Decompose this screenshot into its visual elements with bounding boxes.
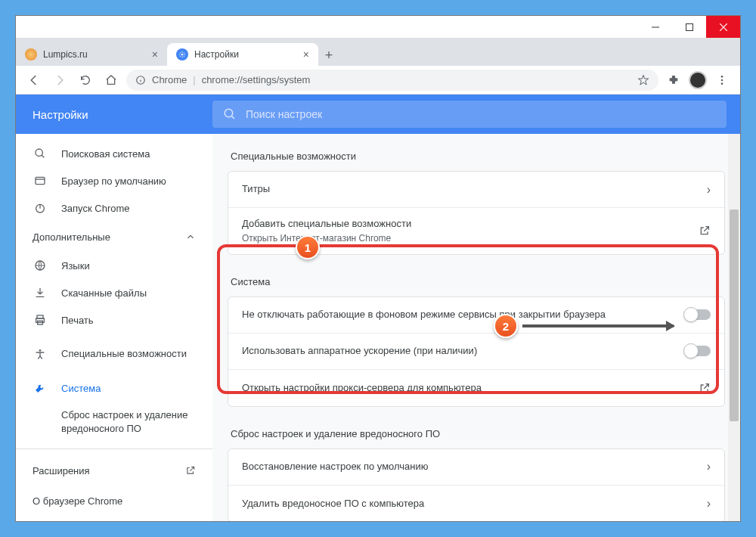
reload-button[interactable] (75, 70, 96, 91)
sidebar-item-label: Сброс настроек и удаление вредоносного П… (61, 408, 205, 436)
row-restore-defaults[interactable]: Восстановление настроек по умолчанию › (228, 449, 724, 486)
sidebar-section-label: Дополнительные (33, 231, 110, 243)
row-label: Удалить вредоносное ПО с компьютера (242, 497, 698, 511)
settings-sidebar: Поисковая система Браузер по умолчанию З… (16, 134, 212, 521)
settings-body: Поисковая система Браузер по умолчанию З… (16, 134, 740, 521)
search-icon (223, 107, 237, 121)
settings-header: Настройки Поиск настроек (16, 95, 740, 134)
wrench-icon (33, 382, 48, 394)
new-tab-button[interactable]: + (318, 45, 339, 66)
sidebar-item-downloads[interactable]: Скачанные файлы (16, 279, 212, 306)
search-placeholder: Поиск настроек (246, 108, 322, 120)
tab-close-icon[interactable]: × (303, 48, 309, 61)
favicon-icon (25, 48, 37, 61)
tab-title: Настройки (194, 49, 297, 60)
browser-window: Lumpics.ru × Настройки × + Chrome | chro… (15, 15, 741, 522)
external-link-icon (699, 225, 711, 237)
svg-rect-8 (36, 177, 45, 184)
sidebar-item-accessibility[interactable]: Специальные возможности (16, 334, 212, 374)
scrollbar-thumb[interactable] (730, 210, 739, 421)
row-label: Использовать аппаратное ускорение (при н… (242, 344, 676, 358)
sidebar-item-system[interactable]: Система (16, 374, 212, 402)
row-background-apps[interactable]: Не отключать работающие в фоновом режиме… (228, 297, 724, 334)
sidebar-item-label: Скачанные файлы (61, 287, 147, 299)
window-titlebar (16, 16, 740, 39)
tab-close-icon[interactable]: × (152, 48, 158, 61)
row-label: Титры (242, 182, 698, 196)
scrollbar[interactable] (728, 134, 740, 521)
sidebar-item-on-startup[interactable]: Запуск Chrome (16, 194, 212, 222)
settings-search[interactable]: Поиск настроек (212, 101, 727, 128)
sidebar-item-label: Печать (61, 315, 94, 326)
favicon-icon (176, 48, 188, 61)
row-sublabel: Открыть Интернет-магазин Chrome (242, 232, 689, 245)
sidebar-item-about[interactable]: О браузере Chrome (16, 486, 212, 516)
sidebar-item-label: О браузере Chrome (33, 495, 122, 507)
external-link-icon (185, 465, 196, 476)
chevron-right-icon: › (707, 497, 711, 511)
sidebar-item-languages[interactable]: Языки (16, 252, 212, 279)
window-close-button[interactable] (706, 16, 740, 38)
sidebar-advanced-toggle[interactable]: Дополнительные (16, 222, 212, 252)
window-minimize-button[interactable] (638, 16, 672, 38)
bookmark-icon[interactable] (637, 74, 649, 86)
window-maximize-button[interactable] (672, 16, 706, 38)
url-text: chrome://settings/system (202, 74, 311, 85)
accessibility-card: Титры › Добавить специальные возможности… (228, 171, 725, 255)
row-cleanup[interactable]: Удалить вредоносное ПО с компьютера › (228, 486, 724, 521)
tab-strip: Lumpics.ru × Настройки × + (16, 39, 740, 66)
row-captions[interactable]: Титры › (228, 172, 724, 208)
profile-avatar[interactable] (689, 71, 707, 89)
system-card: Не отключать работающие в фоновом режиме… (228, 296, 725, 407)
chevron-right-icon: › (707, 183, 711, 197)
site-info-icon (135, 75, 146, 85)
back-button[interactable] (23, 70, 45, 91)
tab-title: Lumpics.ru (43, 49, 146, 60)
accessibility-icon (33, 348, 48, 360)
section-title-system: Система (228, 267, 725, 296)
divider (16, 449, 212, 449)
download-icon (33, 287, 48, 299)
row-hardware-acceleration[interactable]: Использовать аппаратное ускорение (при н… (228, 334, 724, 370)
scheme-label: Chrome (152, 74, 187, 85)
home-button[interactable] (101, 70, 122, 91)
forward-button[interactable] (49, 70, 70, 91)
svg-point-7 (36, 149, 42, 156)
toggle-switch[interactable] (685, 309, 711, 320)
row-add-accessibility[interactable]: Добавить специальные возможности Открыть… (228, 208, 724, 254)
row-label: Не отключать работающие в фоновом режиме… (242, 308, 676, 321)
sidebar-item-extensions[interactable]: Расширения (16, 455, 212, 486)
sidebar-item-label: Поисковая система (61, 148, 150, 160)
svg-point-3 (721, 76, 723, 78)
svg-point-14 (39, 349, 42, 352)
toggle-switch[interactable] (685, 346, 711, 356)
sidebar-item-reset[interactable]: Сброс настроек и удаление вредоносного П… (16, 402, 212, 442)
settings-main: Специальные возможности Титры › Добавить… (212, 134, 740, 521)
extensions-button[interactable] (663, 70, 684, 91)
sidebar-item-label: Расширения (33, 465, 90, 476)
section-title-reset: Сброс настроек и удаление вредоносного П… (228, 419, 725, 449)
address-bar[interactable]: Chrome | chrome://settings/system (126, 70, 658, 91)
menu-button[interactable] (711, 70, 733, 91)
svg-point-4 (721, 79, 723, 81)
power-icon (33, 202, 48, 214)
section-title-accessibility: Специальные возможности (228, 141, 725, 171)
row-label: Добавить специальные возможности (242, 217, 689, 231)
sidebar-item-printing[interactable]: Печать (16, 306, 212, 334)
svg-point-1 (181, 54, 184, 56)
toolbar: Chrome | chrome://settings/system (16, 66, 740, 95)
settings-title: Настройки (33, 108, 212, 121)
row-proxy-settings[interactable]: Открыть настройки прокси-сервера для ком… (228, 370, 724, 406)
sidebar-item-label: Браузер по умолчанию (61, 175, 166, 187)
tab-settings[interactable]: Настройки × (167, 43, 318, 66)
row-label: Открыть настройки прокси-сервера для ком… (242, 381, 689, 395)
print-icon (33, 314, 48, 326)
globe-icon (33, 259, 48, 272)
search-icon (33, 147, 48, 160)
row-label: Восстановление настроек по умолчанию (242, 460, 698, 473)
sidebar-item-default-browser[interactable]: Браузер по умолчанию (16, 167, 212, 194)
tab-lumpics[interactable]: Lumpics.ru × (16, 43, 167, 66)
sidebar-item-search-engine[interactable]: Поисковая система (16, 140, 212, 167)
chevron-up-icon (185, 231, 196, 242)
external-link-icon (699, 382, 711, 394)
